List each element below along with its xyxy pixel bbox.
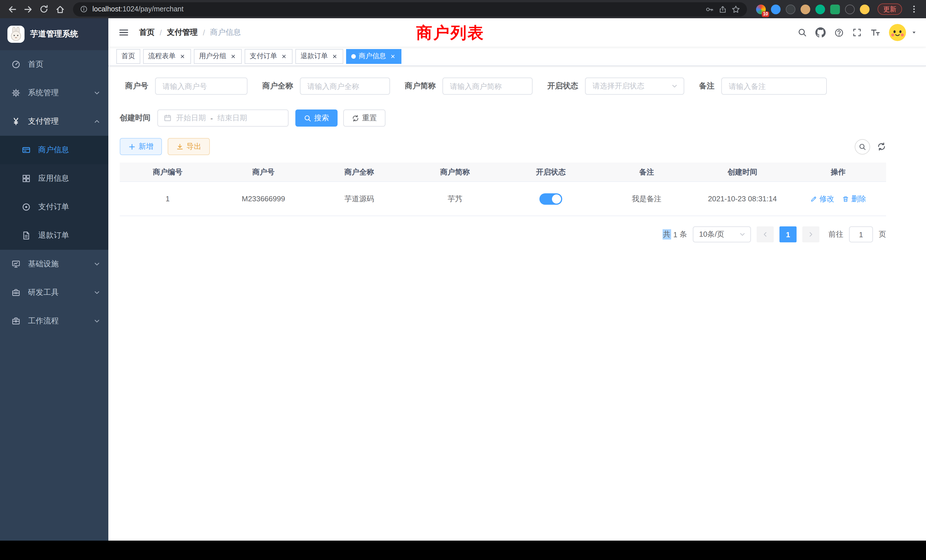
tab-payment-order[interactable]: 支付订单 xyxy=(245,49,292,64)
close-icon[interactable] xyxy=(331,53,338,60)
font-size-icon xyxy=(870,27,881,38)
bookmark-star-icon[interactable] xyxy=(732,5,740,14)
reset-button[interactable]: 重置 xyxy=(343,109,386,127)
forward-button[interactable] xyxy=(21,2,35,17)
page-number-button[interactable]: 1 xyxy=(779,226,797,242)
tab-home[interactable]: 首页 xyxy=(117,49,140,64)
back-button[interactable] xyxy=(5,2,20,17)
extension-emoji[interactable] xyxy=(860,4,870,14)
toggle-search-button[interactable] xyxy=(855,139,870,154)
search-icon xyxy=(304,114,311,122)
merchant-no-input[interactable] xyxy=(155,77,247,95)
add-button[interactable]: 新增 xyxy=(120,138,162,155)
sidebar-item-payment-order[interactable]: 支付订单 xyxy=(0,193,108,221)
desktop-background xyxy=(0,540,926,560)
goto-label: 前往 xyxy=(829,229,843,239)
password-key-icon[interactable] xyxy=(705,5,714,14)
help-button[interactable] xyxy=(834,28,844,37)
refresh-table-button[interactable] xyxy=(877,142,886,151)
extensions-area: 10 xyxy=(756,4,870,14)
main-area: 首页 / 支付管理 / 商户信息 商户列表 xyxy=(108,18,926,540)
breadcrumb-separator: / xyxy=(160,28,162,37)
extension-knot[interactable] xyxy=(845,4,855,14)
tab-label: 退款订单 xyxy=(301,51,328,61)
screen: localhost:1024/pay/merchant 10 更新 xyxy=(0,0,926,560)
goto-suffix: 页 xyxy=(879,229,886,239)
avatar-dropdown-caret[interactable] xyxy=(911,30,917,35)
hamburger-button[interactable] xyxy=(118,26,130,39)
remark-input[interactable] xyxy=(721,77,827,95)
back-icon xyxy=(7,4,17,14)
browser-update-label: 更新 xyxy=(883,5,896,14)
extension-dark[interactable] xyxy=(786,4,796,14)
sidebar-item-home[interactable]: 首页 xyxy=(0,50,108,79)
chevron-down-icon xyxy=(94,260,100,268)
page-size-select[interactable]: 10条/页 xyxy=(693,226,751,242)
browser-update-button[interactable]: 更新 xyxy=(878,3,902,15)
sidebar-item-devtools[interactable]: 研发工具 xyxy=(0,278,108,307)
sidebar-item-infrastructure[interactable]: 基础设施 xyxy=(0,250,108,278)
extension-blue[interactable] xyxy=(771,4,781,14)
extension-green-circle[interactable] xyxy=(816,4,825,14)
help-icon xyxy=(834,28,844,37)
merchant-short-name-input[interactable] xyxy=(442,77,533,95)
extension-avatar[interactable] xyxy=(800,4,810,14)
tab-user-group[interactable]: 用户分组 xyxy=(194,49,242,64)
search-button[interactable]: 搜索 xyxy=(295,109,337,127)
next-page-button[interactable] xyxy=(802,226,819,242)
tab-merchant-info[interactable]: 商户信息 xyxy=(346,49,401,64)
home-button[interactable] xyxy=(53,2,67,17)
extension-green-square[interactable] xyxy=(830,4,840,14)
breadcrumb-payment[interactable]: 支付管理 xyxy=(167,27,198,38)
delete-link[interactable]: 删除 xyxy=(842,194,866,204)
pagination-total-count: 1 xyxy=(673,230,677,239)
close-icon[interactable] xyxy=(179,53,186,60)
tab-process-form[interactable]: 流程表单 xyxy=(143,49,191,64)
reload-button[interactable] xyxy=(36,2,51,17)
sidebar-item-merchant-info[interactable]: 商户信息 xyxy=(0,136,108,164)
sidebar-item-payment[interactable]: 支付管理 xyxy=(0,107,108,136)
edit-link[interactable]: 修改 xyxy=(810,194,834,204)
status-switch[interactable] xyxy=(539,193,562,204)
close-icon[interactable] xyxy=(229,53,237,60)
status-select[interactable]: 请选择开启状态 xyxy=(585,77,684,95)
sidebar-item-app-info[interactable]: 应用信息 xyxy=(0,164,108,193)
tab-refund-order[interactable]: 退款订单 xyxy=(295,49,343,64)
export-button[interactable]: 导出 xyxy=(168,138,210,155)
cell-actions: 修改 删除 xyxy=(790,182,886,216)
github-button[interactable] xyxy=(816,27,826,38)
trash-icon xyxy=(842,195,849,202)
close-icon[interactable] xyxy=(389,53,396,60)
goto-page-input[interactable] xyxy=(849,226,873,242)
chevron-down-icon xyxy=(94,89,100,96)
header-search-button[interactable] xyxy=(798,28,807,37)
breadcrumb-separator: / xyxy=(203,28,205,37)
plus-icon xyxy=(128,143,136,150)
date-range-separator: - xyxy=(210,114,213,122)
create-time-range-picker[interactable]: 开始日期 - 结束日期 xyxy=(157,109,289,127)
browser-menu-button[interactable] xyxy=(906,2,921,17)
user-avatar[interactable] xyxy=(889,24,906,41)
column-header: 商户号 xyxy=(216,162,311,182)
sidebar-item-label: 退款订单 xyxy=(38,230,69,241)
sidebar-item-refund-order[interactable]: 退款订单 xyxy=(0,221,108,250)
hamburger-icon xyxy=(119,27,129,38)
merchant-name-input[interactable] xyxy=(300,77,390,95)
app-logo[interactable]: 芋道管理系统 xyxy=(0,18,108,50)
site-info-icon[interactable] xyxy=(80,5,88,13)
search-icon xyxy=(798,28,807,37)
extension-multicolor[interactable]: 10 xyxy=(756,4,766,14)
sidebar-item-workflow[interactable]: 工作流程 xyxy=(0,307,108,335)
close-icon[interactable] xyxy=(280,53,287,60)
url-bar[interactable]: localhost:1024/pay/merchant xyxy=(73,2,747,16)
prev-page-button[interactable] xyxy=(757,226,774,242)
tags-view: 首页 流程表单 用户分组 支付订单 退款订单 xyxy=(108,47,926,66)
share-icon[interactable] xyxy=(719,5,727,14)
chevron-down-icon xyxy=(671,83,678,89)
payment-submenu: 商户信息 应用信息 支付订单 退款订单 xyxy=(0,136,108,250)
font-size-button[interactable] xyxy=(870,27,881,38)
fullscreen-button[interactable] xyxy=(852,28,862,37)
breadcrumb-home[interactable]: 首页 xyxy=(139,27,154,38)
sidebar-item-system[interactable]: 系统管理 xyxy=(0,79,108,107)
pagination-total: 共 1 条 xyxy=(663,229,687,239)
